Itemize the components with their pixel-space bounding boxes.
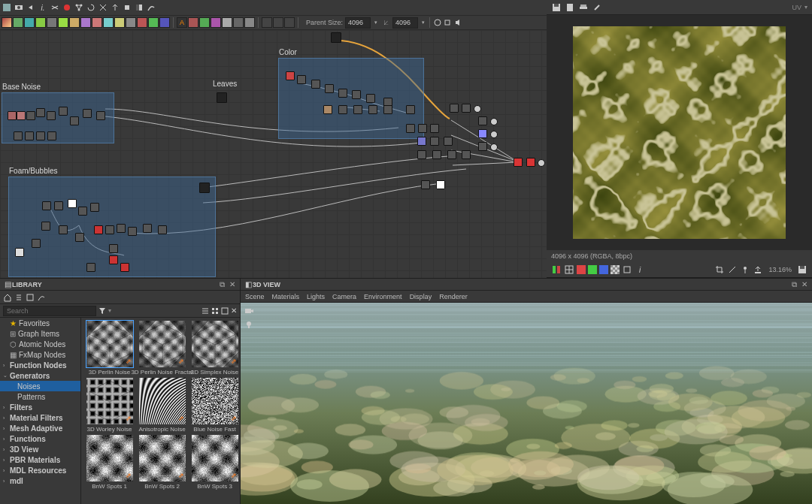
menu-display[interactable]: Display <box>410 293 432 300</box>
graph-node[interactable] <box>94 225 103 234</box>
graph-node[interactable] <box>83 109 92 118</box>
graph-node[interactable] <box>59 107 68 116</box>
pin-icon[interactable] <box>740 264 750 275</box>
graph-node[interactable] <box>15 248 24 257</box>
tree-item-functions[interactable]: ›Functions <box>0 433 80 444</box>
channel-alpha-icon[interactable] <box>611 265 620 274</box>
graph-node[interactable] <box>323 105 332 114</box>
uv-dropdown[interactable]: UV <box>792 4 801 11</box>
palette-swatch[interactable] <box>199 17 210 28</box>
menu-scene[interactable]: Scene <box>245 293 265 300</box>
graph-node[interactable] <box>406 124 415 133</box>
thumb-3d-worley-noise[interactable]: ⇗3D Worley Noise <box>84 378 135 433</box>
graph-node[interactable] <box>105 225 114 234</box>
tree-item-pbr-materials[interactable]: ›PBR Materials <box>0 454 80 465</box>
graph-node[interactable] <box>478 129 487 138</box>
graph-node[interactable] <box>8 111 17 120</box>
menu-materials[interactable]: Materials <box>272 293 300 300</box>
tree-item-function-nodes[interactable]: ›Function Nodes <box>0 360 80 370</box>
tree-item-atomic-nodes[interactable]: ⬡Atomic Nodes <box>0 339 80 349</box>
palette-swatch[interactable] <box>114 17 125 28</box>
tree-item-fxmap-nodes[interactable]: ▦FxMap Nodes <box>0 349 80 360</box>
chevron-down-icon[interactable]: ▾ <box>108 307 111 314</box>
share-icon[interactable] <box>74 2 84 13</box>
channel-red-icon[interactable] <box>577 265 586 274</box>
graph-node[interactable] <box>325 84 334 93</box>
brush-icon[interactable] <box>146 2 156 13</box>
palette-swatch[interactable] <box>159 17 170 28</box>
graph-node[interactable] <box>158 225 167 234</box>
graph-node[interactable] <box>352 90 361 99</box>
graph-node[interactable] <box>199 183 210 193</box>
grid-icon[interactable] <box>564 264 574 275</box>
graph-node[interactable] <box>436 180 445 189</box>
output-port[interactable] <box>474 105 481 113</box>
camera-icon[interactable] <box>14 2 24 13</box>
wrench-icon[interactable] <box>592 2 602 13</box>
tree-item-patterns[interactable]: Patterns <box>0 391 80 402</box>
thumb-bnw-spots-2[interactable]: ⇗BnW Spots 2 <box>137 435 187 490</box>
channel-blue-icon[interactable] <box>599 265 608 274</box>
palette-tool-icon[interactable] <box>262 17 272 28</box>
filter-icon[interactable] <box>98 307 106 315</box>
3d-viewport[interactable] <box>241 303 812 504</box>
palette-swatch[interactable] <box>148 17 159 28</box>
thumb-bnw-spots-3[interactable]: ⇗BnW Spots 3 <box>189 435 240 490</box>
graph-node[interactable] <box>417 150 426 159</box>
graph-node[interactable] <box>353 105 362 114</box>
thumb-blue-noise-fast[interactable]: ⇗Blue Noise Fast <box>189 378 240 433</box>
palette-swatch[interactable] <box>58 17 68 28</box>
graph-node[interactable] <box>417 137 426 146</box>
align-icon[interactable] <box>26 293 35 302</box>
graph-node[interactable] <box>47 111 56 120</box>
graph-node[interactable] <box>286 71 295 80</box>
thumb-3d-simplex-noise[interactable]: ⇗3D Simplex Noise <box>189 321 240 376</box>
menu-camera[interactable]: Camera <box>332 293 356 300</box>
collapse-icon[interactable] <box>14 293 23 302</box>
thumb-bnw-spots-1[interactable]: ⇗BnW Spots 1 <box>84 435 135 490</box>
palette-swatch[interactable] <box>188 17 198 28</box>
tool-icon[interactable] <box>443 18 452 27</box>
record-icon[interactable] <box>62 2 72 13</box>
grid-view-icon[interactable] <box>211 307 219 315</box>
crop-icon[interactable] <box>714 264 725 275</box>
tree-item-favorites[interactable]: ★Favorites <box>0 318 80 328</box>
info-icon[interactable]: i. <box>38 2 48 13</box>
graph-node[interactable] <box>430 137 439 146</box>
graph-node[interactable] <box>444 137 453 146</box>
arrow-up-icon[interactable] <box>110 2 120 13</box>
save-icon[interactable] <box>551 2 562 13</box>
palette-swatch[interactable] <box>137 17 147 28</box>
graph-node[interactable] <box>338 105 347 114</box>
graph-node[interactable] <box>90 203 99 212</box>
audio-icon[interactable] <box>453 18 462 27</box>
graph-node[interactable] <box>109 255 118 264</box>
tree-item-material-filters[interactable]: ›Material Filters <box>0 412 80 423</box>
graph-node[interactable] <box>368 105 377 114</box>
layers-icon[interactable] <box>578 2 589 13</box>
graph-node[interactable] <box>47 131 56 140</box>
tree-item-mesh-adaptive[interactable]: ›Mesh Adaptive <box>0 423 80 433</box>
thumb-3d-perlin-noise[interactable]: ⇗3D Perlin Noise <box>84 321 135 376</box>
graph-node[interactable] <box>14 131 23 140</box>
home-icon[interactable] <box>3 293 12 302</box>
frame-color[interactable]: Color <box>278 58 424 139</box>
graph-node[interactable] <box>418 124 427 133</box>
graph-node[interactable] <box>366 94 375 103</box>
graph-node[interactable] <box>78 207 87 216</box>
graph-node[interactable] <box>338 89 347 98</box>
output-node[interactable] <box>514 158 523 167</box>
app-icon[interactable] <box>2 2 12 13</box>
menu-lights[interactable]: Lights <box>307 293 325 300</box>
graph-node[interactable] <box>450 104 459 113</box>
new-doc-icon[interactable] <box>565 2 575 13</box>
graph-node[interactable] <box>430 124 439 133</box>
output-node[interactable] <box>526 158 535 167</box>
preview-viewport[interactable] <box>547 15 812 250</box>
graph-node[interactable] <box>462 104 471 113</box>
chevron-down-icon[interactable]: ▾ <box>373 20 379 26</box>
chevron-down-icon[interactable]: ▾ <box>420 20 426 26</box>
palette-swatch[interactable] <box>69 17 80 28</box>
library-tree[interactable]: ★Favorites⊞Graph Items⬡Atomic Nodes▦FxMa… <box>0 318 81 504</box>
light-icon[interactable] <box>244 319 254 330</box>
